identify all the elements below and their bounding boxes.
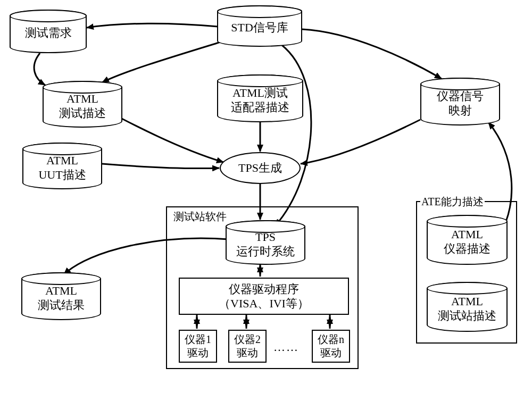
label-line1: ATML [451, 294, 483, 309]
label: TPS生成 [238, 161, 282, 175]
cylinder-atml-test-adapter-description: ATML测试 适配器描述 [217, 74, 303, 122]
cylinder-atml-instrument-description: ATML 仪器描述 [427, 215, 508, 265]
cylinder-atml-test-description: ATML 测试描述 [43, 81, 122, 128]
group-title: 测试站软件 [172, 210, 228, 224]
label-line2: （VISA、IVI等） [219, 296, 309, 311]
label-line2: 测试描述 [59, 106, 106, 121]
label-line1: 仪器2 [234, 333, 261, 346]
cylinder-atml-uut-description: ATML UUT描述 [22, 143, 102, 189]
cylinder-instrument-signal-mapping: 仪器信号 映射 [420, 78, 500, 126]
cylinder-test-requirements: 测试需求 [10, 10, 87, 53]
label-line2: 测试结果 [38, 298, 85, 313]
label-line1: 仪器信号 [437, 89, 484, 104]
label-line2: 适配器描述 [231, 100, 289, 115]
label-line1: ATML [46, 153, 78, 168]
label-line1: 仪器1 [185, 333, 211, 346]
label-line1: ATML测试 [232, 86, 288, 101]
label-line2: 运行时系统 [236, 244, 295, 259]
rect-instrument-n-driver: 仪器n 驱动 [312, 330, 350, 363]
cylinder-atml-test-station-description: ATML 测试站描述 [427, 282, 508, 332]
label-line2: 驱动 [320, 346, 342, 359]
label-line2: 驱动 [187, 346, 209, 359]
label: 测试需求 [25, 26, 72, 40]
label-line2: 仪器描述 [444, 241, 491, 256]
rect-instrument-driver-program: 仪器驱动程序 （VISA、IVI等） [179, 278, 349, 315]
label: STD信号库 [231, 20, 288, 35]
rect-instrument-2-driver: 仪器2 驱动 [228, 330, 267, 363]
label-line1: ATML [66, 91, 98, 106]
label-line2: UUT描述 [38, 168, 86, 182]
diagram-canvas: 测试需求 STD信号库 ATML 测试描述 ATML测试 适配器描述 仪器信号 … [0, 0, 532, 393]
cylinder-tps-runtime-system: TPS 运行时系统 [226, 220, 305, 265]
label-line1: ATML [451, 227, 483, 242]
group-ate-capability-description: ATE能力描述 ATML 仪器描述 ATML 测试站描述 [416, 201, 517, 344]
label-line1: 仪器驱动程序 [229, 282, 299, 297]
group-title: ATE能力描述 [420, 195, 485, 209]
cylinder-atml-test-result: ATML 测试结果 [21, 272, 101, 320]
label-line2: 测试站描述 [438, 308, 496, 323]
label-line2: 驱动 [237, 346, 258, 359]
label-line1: 仪器n [318, 333, 344, 346]
label-line2: 映射 [448, 103, 472, 118]
rect-instrument-1-driver: 仪器1 驱动 [179, 330, 217, 363]
ellipsis: …… [273, 340, 299, 354]
group-test-station-software: 测试站软件 TPS 运行时系统 仪器驱动程序 （VISA、IVI等） 仪器1 驱… [166, 206, 359, 369]
label-line1: TPS [255, 230, 276, 245]
ellipse-tps-generation: TPS生成 [220, 152, 301, 184]
label-line1: ATML [45, 283, 77, 298]
cylinder-std-signal-library: STD信号库 [217, 5, 302, 47]
